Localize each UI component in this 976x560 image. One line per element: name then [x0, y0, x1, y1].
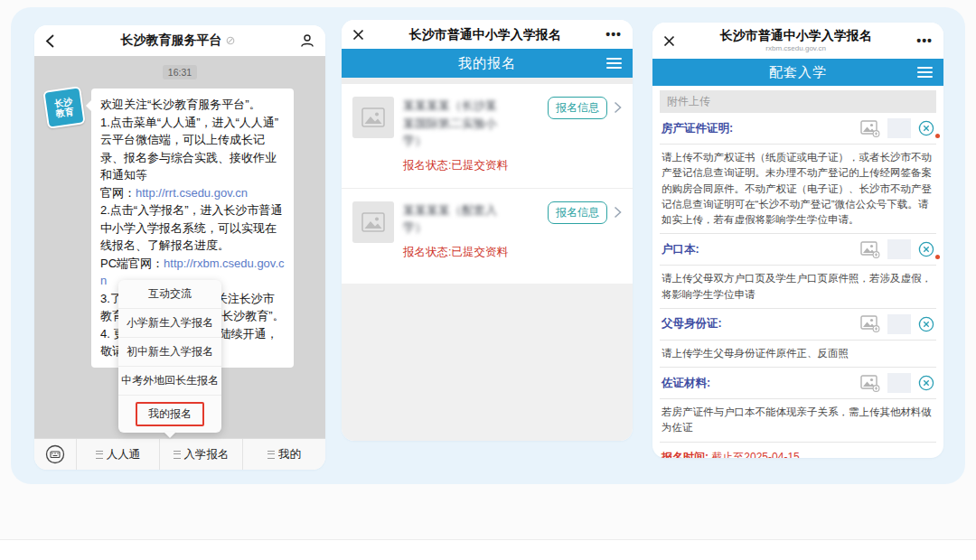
item-actions: 报名信息: [548, 97, 622, 119]
section-header: 附件上传: [660, 90, 936, 113]
registration-item[interactable]: 某某某某（配套入学） 报名信息 报名状态:已提交资料: [342, 189, 633, 260]
remove-icon[interactable]: [918, 316, 934, 332]
webview-header: 长沙市普通中小学入学报名 •••: [342, 20, 633, 49]
student-school-name: 某某某某（长沙某某国际第二实验小学）: [403, 97, 502, 150]
remove-icon[interactable]: [918, 375, 934, 391]
popup-menu-item[interactable]: 小学新生入学报名: [118, 308, 221, 337]
chat-title-wrap: 长沙教育服务平台: [55, 33, 300, 49]
upload-preview-box[interactable]: [887, 118, 911, 138]
image-add-icon[interactable]: [860, 241, 880, 258]
upload-row: 户口本:: [660, 234, 936, 265]
registration-info-button[interactable]: 报名信息: [548, 97, 607, 119]
popup-menu-item[interactable]: 我的报名: [118, 395, 221, 433]
upload-preview-box[interactable]: [887, 373, 911, 393]
back-icon[interactable]: [45, 33, 55, 49]
upload-description: 若房产证件与户口本不能体现亲子关系，需上传其他材料做为佐证: [660, 399, 936, 442]
more-icon[interactable]: •••: [605, 28, 622, 41]
upload-controls: [860, 239, 934, 259]
keyboard-toggle[interactable]: [34, 439, 76, 470]
upload-row: 房产证件证明:: [660, 113, 936, 144]
popup-menu-item[interactable]: 中考外地回长生报名: [118, 366, 221, 395]
toolbar-item-label: 我的: [278, 447, 301, 462]
upload-label: 父母身份证:: [662, 316, 860, 331]
divider-strip: [342, 78, 633, 84]
upload-description: 请上传不动产权证书（纸质证或电子证），或者长沙市不动产登记信息查询证明。未办理不…: [660, 145, 936, 233]
deadline-text: 报名时间: 截止至2025-04-15: [660, 443, 936, 459]
registration-status: 报名状态:已提交资料: [403, 245, 622, 260]
screenshot-card: 长沙教育服务平台 16:31 长沙 教育 欢迎关注“长沙教育服务平台”。 1.点…: [11, 7, 965, 484]
toolbar-item-label: 人人通: [107, 447, 141, 462]
hamburger-icon[interactable]: [917, 67, 933, 78]
hamburger-icon[interactable]: [606, 58, 622, 69]
highlighted-menu-item: 我的报名: [136, 402, 204, 426]
item-actions: 报名信息: [548, 201, 622, 224]
popup-menu-caret: [164, 432, 176, 438]
popup-menu-item[interactable]: 互动交流: [118, 280, 221, 308]
upload-label: 佐证材料:: [662, 376, 860, 391]
page-navbar: 我的报名: [342, 49, 633, 78]
contact-icon[interactable]: [300, 33, 314, 48]
toolbar-item-label: 入学报名: [184, 447, 230, 462]
remove-icon[interactable]: [918, 241, 934, 257]
upload-label: 房产证件证明:: [662, 121, 860, 136]
close-icon[interactable]: [352, 29, 364, 41]
chat-timestamp: 16:31: [163, 65, 197, 79]
upload-description: 请上传父母双方户口页及学生户口页原件照，若涉及虚假，将影响学生学位申请: [660, 266, 936, 308]
close-icon[interactable]: [663, 35, 675, 47]
chat-title: 长沙教育服务平台: [121, 33, 222, 49]
upload-controls: [860, 314, 934, 334]
menu-mini-icon: [267, 451, 275, 459]
registration-info-button[interactable]: 报名信息: [548, 201, 607, 224]
my-registrations-screen: 长沙市普通中小学入学报名 ••• 我的报名 某某某某（长沙某某国际第二实验小学）…: [342, 20, 633, 441]
deadline-value: 截止至2025-04-15: [711, 451, 799, 459]
page-footer-strip: [0, 539, 976, 560]
webview-url: rxbm.csedu.gov.cn: [675, 44, 916, 53]
webview-title: 长沙市普通中小学入学报名: [720, 28, 872, 42]
menu-mini-icon: [96, 451, 103, 459]
more-icon[interactable]: •••: [916, 34, 933, 47]
required-dot: [935, 255, 940, 259]
toolbar-item-我的[interactable]: 我的: [242, 439, 325, 470]
required-dot: [935, 134, 940, 138]
upload-description: 请上传学生父母身份证件原件正、反面照: [660, 341, 936, 367]
upload-label: 户口本:: [662, 242, 860, 257]
chat-text: 欢迎关注“长沙教育服务平台”。 1.点击菜单“人人通”，进入“人人通”云平台微信…: [100, 98, 278, 200]
upload-form: 附件上传 房产证件证明: 请上传不动产权证书（纸质证或电子证），或者长沙市不动产…: [652, 86, 943, 458]
photo-placeholder: [352, 97, 394, 138]
popup-menu-item[interactable]: 初中新生入学报名: [118, 337, 221, 366]
deadline-label: 报名时间:: [662, 451, 709, 459]
upload-preview-box[interactable]: [887, 314, 911, 334]
toolbar-item-入学报名[interactable]: 入学报名: [159, 439, 242, 470]
registration-status: 报名状态:已提交资料: [403, 158, 622, 173]
page-title: 我的报名: [342, 55, 633, 72]
upload-row: 佐证材料:: [660, 368, 936, 398]
page-navbar: 配套入学: [652, 59, 943, 86]
image-add-icon[interactable]: [860, 375, 880, 392]
upload-preview-box[interactable]: [887, 239, 911, 259]
registration-info: 某某某某（长沙某某国际第二实验小学） 报名信息 报名状态:已提交资料: [403, 97, 622, 173]
upload-row: 父母身份证:: [660, 309, 936, 340]
webview-title: 长沙市普通中小学入学报名: [364, 27, 605, 42]
wechat-menu-toolbar: 人人通入学报名我的: [34, 438, 325, 470]
registration-item[interactable]: 某某某某（长沙某某国际第二实验小学） 报名信息 报名状态:已提交资料: [342, 84, 633, 173]
chevron-right-icon[interactable]: [614, 101, 622, 114]
upload-controls: [860, 118, 934, 138]
page-title: 配套入学: [652, 64, 943, 81]
popup-menu: 互动交流小学新生入学报名初中新生入学报名中考外地回长生报名我的报名: [118, 280, 221, 433]
chat-area: 16:31 长沙 教育 欢迎关注“长沙教育服务平台”。 1.点击菜单“人人通”，…: [34, 56, 325, 438]
keyboard-icon: [45, 444, 65, 464]
official-account-avatar[interactable]: 长沙 教育: [42, 86, 85, 128]
chevron-right-icon[interactable]: [614, 206, 622, 219]
chat-link[interactable]: http://rrt.csedu.gov.cn: [136, 186, 248, 200]
attachment-form-screen: 长沙市普通中小学入学报名 rxbm.csedu.gov.cn ••• 配套入学 …: [652, 23, 943, 458]
remove-icon[interactable]: [918, 120, 934, 136]
image-add-icon[interactable]: [860, 315, 880, 332]
image-add-icon[interactable]: [860, 120, 880, 137]
toolbar-item-人人通[interactable]: 人人通: [76, 439, 159, 470]
upload-controls: [860, 373, 934, 393]
wechat-header: 长沙教育服务平台: [34, 25, 325, 56]
menu-mini-icon: [174, 451, 181, 459]
photo-placeholder: [352, 201, 394, 243]
wechat-chat-screen: 长沙教育服务平台 16:31 长沙 教育 欢迎关注“长沙教育服务平台”。 1.点…: [34, 25, 325, 470]
empty-area: [342, 284, 633, 442]
